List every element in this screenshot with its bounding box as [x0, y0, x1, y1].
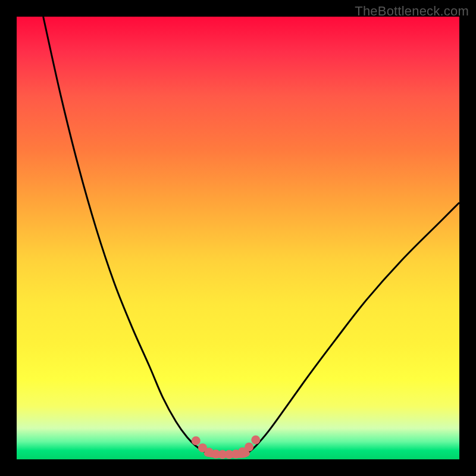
plateau-dot — [192, 436, 201, 445]
plateau-dot — [245, 443, 253, 452]
left-curve — [43, 17, 207, 453]
watermark-text: TheBottleneck.com — [355, 4, 469, 19]
chart-area — [17, 17, 459, 459]
plateau-dots — [192, 436, 260, 459]
right-curve — [247, 202, 459, 453]
plateau-dot — [251, 436, 260, 444]
chart-svg — [17, 17, 459, 459]
